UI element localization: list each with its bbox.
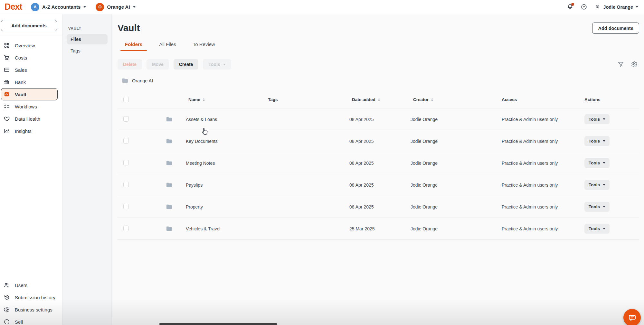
insights-chart-icon: [4, 128, 10, 134]
row-tools-button[interactable]: Tools: [584, 114, 610, 124]
delete-button[interactable]: Delete: [118, 59, 142, 70]
users-icon: [4, 282, 10, 288]
table-row[interactable]: Payslips 08 Apr 2025 Jodie Orange Practi…: [118, 174, 639, 196]
row-checkbox[interactable]: [123, 204, 129, 209]
breadcrumb-folder-name: Orange AI: [132, 78, 153, 83]
table-row[interactable]: Vehicles & Travel 25 Mar 2025 Jodie Oran…: [118, 218, 639, 240]
user-name: Jodie Orange: [603, 5, 633, 10]
chevron-down-icon: [603, 206, 605, 208]
vault-nav-files[interactable]: Files: [67, 34, 108, 44]
sidebar-item-overview[interactable]: Overview: [1, 39, 58, 51]
tools-dropdown-button[interactable]: Tools: [203, 59, 231, 70]
date-added: 08 Apr 2025: [349, 182, 411, 188]
chat-bubble-icon: [628, 313, 637, 322]
table-row[interactable]: Key Documents 08 Apr 2025 Jodie Orange P…: [118, 130, 639, 152]
sidebar-item-workflows[interactable]: Workflows: [1, 100, 58, 113]
creator: Jodie Orange: [411, 117, 502, 122]
folder-name-link[interactable]: Assets & Loans: [186, 117, 268, 122]
sidebar-item-sales[interactable]: Sales: [1, 64, 58, 76]
tab-folders[interactable]: Folders: [125, 42, 142, 51]
table-row[interactable]: Meeting Notes 08 Apr 2025 Jodie Orange P…: [118, 152, 639, 174]
folder-name-link[interactable]: Property: [186, 204, 268, 209]
chevron-down-icon: [83, 6, 86, 8]
user-menu[interactable]: Jodie Orange: [594, 4, 638, 10]
column-header-date-added[interactable]: Date added: [349, 97, 411, 102]
practice-switcher[interactable]: A A-Z Accountants: [31, 3, 86, 11]
row-checkbox[interactable]: [123, 226, 129, 231]
sidebar-item-vault[interactable]: Vault: [1, 88, 58, 100]
tab-all-files[interactable]: All Files: [159, 42, 176, 51]
table-header-row: Name Tags Date added Creator Access Acti…: [118, 91, 639, 108]
main-content: Vault Add documents Folders All Files To…: [112, 14, 644, 325]
help-icon[interactable]: ?: [581, 4, 587, 10]
vault-nav-tags[interactable]: Tags: [67, 46, 108, 56]
tab-to-review[interactable]: To Review: [193, 42, 215, 51]
sidebar-item-label: Sales: [15, 67, 27, 73]
select-all-checkbox[interactable]: [123, 97, 129, 102]
folder-name-link[interactable]: Vehicles & Travel: [186, 226, 268, 231]
access: Practice & Admin users only: [502, 182, 584, 188]
sidebar-item-bank[interactable]: Bank: [1, 76, 58, 88]
person-icon: [594, 4, 601, 10]
row-checkbox[interactable]: [123, 138, 129, 144]
row-tools-button[interactable]: Tools: [584, 180, 610, 190]
chevron-down-icon: [603, 228, 605, 229]
row-tools-button[interactable]: Tools: [584, 202, 610, 212]
filter-icon[interactable]: [617, 61, 624, 68]
top-bar: Dext A A-Z Accountants O Orange AI ?: [0, 0, 644, 14]
table-settings-gear-icon[interactable]: [631, 61, 638, 68]
column-header-creator[interactable]: Creator: [411, 97, 502, 102]
add-documents-button-sidebar[interactable]: Add documents: [1, 20, 57, 31]
row-checkbox[interactable]: [123, 182, 129, 187]
access: Practice & Admin users only: [502, 204, 584, 209]
table-row[interactable]: Property 08 Apr 2025 Jodie Orange Practi…: [118, 196, 639, 218]
date-added: 25 Mar 2025: [349, 226, 411, 231]
add-documents-button[interactable]: Add documents: [592, 23, 639, 34]
chevron-down-icon: [603, 162, 605, 164]
date-added: 08 Apr 2025: [349, 161, 411, 166]
sidebar-item-submission-history[interactable]: Submission history: [1, 291, 58, 303]
folder-name-link[interactable]: Key Documents: [186, 139, 268, 144]
access: Practice & Admin users only: [502, 226, 584, 231]
sidebar-item-business-settings[interactable]: Business settings: [1, 303, 58, 316]
notifications-bell-icon[interactable]: [567, 4, 573, 10]
row-tools-button[interactable]: Tools: [584, 224, 610, 234]
sidebar-item-label: Insights: [15, 128, 32, 134]
table-toolbar: Delete Move Create Tools: [118, 59, 639, 70]
chevron-down-icon: [223, 64, 226, 65]
sidebar-item-costs[interactable]: Costs: [1, 51, 58, 64]
row-tools-button[interactable]: Tools: [584, 136, 610, 146]
sidebar-item-data-health[interactable]: Data Health: [1, 113, 58, 125]
row-tools-button[interactable]: Tools: [584, 158, 610, 168]
chevron-down-icon: [603, 118, 605, 120]
client-switcher[interactable]: O Orange AI: [96, 3, 135, 11]
chevron-down-icon: [133, 6, 136, 8]
folder-icon: [166, 116, 173, 122]
create-button[interactable]: Create: [174, 59, 199, 70]
history-icon: [4, 294, 10, 301]
folder-icon: [166, 138, 173, 144]
row-checkbox[interactable]: [123, 160, 129, 165]
vault-sub-sidebar: VAULT Files Tags: [63, 14, 112, 325]
breadcrumb[interactable]: Orange AI: [122, 78, 639, 83]
table-row[interactable]: Assets & Loans 08 Apr 2025 Jodie Orange …: [118, 108, 639, 130]
svg-text:?: ?: [583, 5, 585, 9]
sidebar-item-users[interactable]: Users: [1, 279, 58, 291]
sidebar-item-insights[interactable]: Insights: [1, 125, 58, 137]
sort-icon: [431, 98, 433, 101]
page-title: Vault: [118, 23, 140, 33]
sidebar-item-label: Sell: [15, 319, 23, 325]
sidebar-item-label: Users: [15, 283, 27, 288]
row-checkbox[interactable]: [123, 116, 129, 122]
practice-avatar: A: [31, 3, 39, 11]
folder-name-link[interactable]: Meeting Notes: [186, 161, 268, 166]
column-header-name[interactable]: Name: [186, 97, 268, 102]
folder-name-link[interactable]: Payslips: [186, 182, 268, 188]
sidebar-item-sell-partial[interactable]: Sell: [1, 316, 58, 325]
chat-widget-button[interactable]: [623, 309, 641, 325]
sidebar-item-label: Workflows: [15, 104, 37, 109]
tab-bar: Folders All Files To Review: [125, 42, 639, 51]
sidebar-item-label: Vault: [15, 92, 26, 97]
client-name: Orange AI: [107, 4, 130, 10]
move-button[interactable]: Move: [147, 59, 169, 70]
